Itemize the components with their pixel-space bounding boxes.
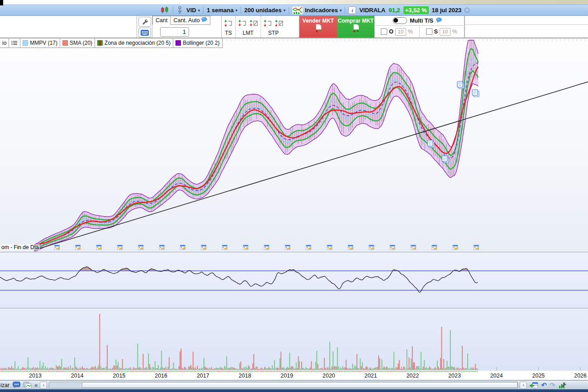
toolbar-separator: [173, 7, 173, 14]
event-calendar-icon[interactable]: [118, 245, 123, 250]
offset-percent-input[interactable]: [395, 28, 406, 36]
chevron-down-icon: ▾: [340, 8, 342, 13]
chevron-down-icon: ▾: [283, 8, 285, 13]
event-calendar-icon[interactable]: [201, 245, 206, 250]
order-toolbar-spacer: [0, 16, 137, 38]
event-calendar-icon[interactable]: [159, 245, 164, 250]
order-type-lmt[interactable]: LMT: [235, 16, 261, 38]
ts-order-icon: [224, 19, 233, 27]
chart-settings-icon[interactable]: [558, 382, 566, 389]
price-chart-panel[interactable]: io MMPV (17)SMA (20)Zona de negociación …: [0, 38, 588, 252]
info-icon[interactable]: i: [348, 6, 356, 14]
legend-chip-3[interactable]: Bollinger (20 2): [173, 38, 222, 47]
year-tick-label: 2025: [530, 373, 546, 379]
chart-source-note: om - Fin de Día: [0, 244, 40, 250]
stop-group: S %: [419, 26, 465, 38]
quantity-cell: Cant Cant. Auto: [152, 16, 222, 38]
year-tick-label: 2014: [69, 373, 85, 379]
year-tick-label: 2015: [111, 373, 127, 379]
event-calendar-icon[interactable]: [348, 245, 353, 250]
event-calendar-icon[interactable]: [432, 245, 437, 250]
legend-chip-0[interactable]: MMPV (17): [20, 38, 60, 47]
undo-icon[interactable]: ↶: [541, 381, 547, 389]
buy-market-button[interactable]: Comprar MKT: [337, 16, 375, 38]
symbol-label: VID: [186, 7, 196, 14]
legend-swatch: [97, 40, 103, 46]
redo-icon[interactable]: ↷: [550, 381, 555, 389]
indicators-label: Indicadores: [305, 7, 338, 14]
chat-icon[interactable]: [13, 382, 20, 388]
event-calendar-icon[interactable]: [138, 245, 143, 250]
event-calendar-icon[interactable]: [180, 245, 185, 250]
event-calendar-icon[interactable]: [453, 245, 458, 250]
tab-quantity[interactable]: Cant: [152, 16, 171, 25]
volume-panel[interactable]: [0, 308, 588, 371]
event-calendar-icon[interactable]: [55, 245, 60, 250]
quantity-input[interactable]: [160, 27, 189, 37]
stop-percent-input[interactable]: [440, 28, 450, 36]
chart-windows-icon[interactable]: [23, 382, 32, 389]
trading-platform-window: ✓ VID ▾ 1 semana ▾ 200 unidades ▾: [0, 0, 588, 392]
order-type-stp[interactable]: STP: [261, 16, 286, 38]
candlestick-chart-icon[interactable]: [161, 6, 170, 14]
scroll-far-left-button[interactable]: «: [33, 382, 39, 388]
tab-quantity-auto[interactable]: Cant. Auto: [171, 16, 210, 25]
year-tick-label: 2016: [153, 373, 169, 379]
legend-list-icon[interactable]: [9, 38, 20, 47]
scroll-left-button[interactable]: ‹: [40, 382, 47, 389]
year-tick-label: 2013: [27, 373, 43, 379]
units-label: 200 unidades: [244, 7, 281, 14]
event-calendar-icon[interactable]: [411, 245, 416, 250]
event-calendar-icon[interactable]: [474, 245, 479, 250]
scroll-right-button[interactable]: ›: [520, 382, 527, 389]
statusbar-left-label[interactable]: izar: [0, 382, 11, 388]
status-circle-icon: [465, 8, 469, 13]
price-chart-canvas[interactable]: [0, 39, 588, 252]
scrollbar-thumb[interactable]: [82, 382, 517, 388]
timeframe-dropdown[interactable]: 1 semana ▾: [207, 7, 237, 14]
indicators-icon: [292, 6, 303, 14]
time-axis[interactable]: 2013201420152016201720182019202020212022…: [0, 371, 588, 380]
multi-ts-toggle[interactable]: [393, 17, 407, 24]
oscillator-panel[interactable]: [0, 252, 588, 308]
event-calendar-icon[interactable]: [243, 245, 248, 250]
chart-legend: io MMPV (17)SMA (20)Zona de negociación …: [0, 38, 223, 48]
window-top-strip: [0, 0, 588, 5]
event-calendar-icon[interactable]: [306, 245, 311, 250]
percent-sign: %: [452, 28, 457, 35]
event-calendar-icon[interactable]: [327, 245, 332, 250]
event-calendar-icon[interactable]: [390, 245, 395, 250]
indicators-dropdown[interactable]: Indicadores ▾: [292, 6, 342, 14]
horizontal-scrollbar[interactable]: [49, 382, 518, 388]
event-calendar-icon[interactable]: [96, 245, 101, 250]
wrench-icon[interactable]: [138, 17, 151, 27]
chevron-down-icon: ▾: [235, 8, 237, 13]
year-tick-label: 2020: [321, 373, 337, 379]
price-series-label: io: [0, 38, 9, 47]
stop-checkbox[interactable]: [426, 28, 432, 35]
units-dropdown[interactable]: 200 unidades ▾: [244, 7, 285, 14]
last-price: 91,2: [389, 7, 400, 14]
event-calendar-icon[interactable]: [76, 245, 81, 250]
offset-checkbox[interactable]: [381, 28, 387, 35]
event-calendar-icon[interactable]: [369, 245, 374, 250]
legend-chip-1[interactable]: SMA (20): [60, 38, 95, 47]
event-calendar-icon[interactable]: [264, 245, 269, 250]
volume-canvas: [0, 308, 588, 371]
order-settings-column: [137, 16, 152, 38]
keyboard-icon[interactable]: [138, 28, 151, 38]
legend-swatch: [62, 40, 68, 46]
order-type-ts[interactable]: TS: [222, 16, 235, 38]
buy-order-icon: [351, 24, 361, 33]
legend-label: MMPV (17): [30, 40, 57, 46]
go-to-date-icon[interactable]: [529, 382, 538, 389]
note-icon[interactable]: [472, 90, 479, 97]
offset-group: O %: [375, 26, 419, 38]
legend-swatch: [175, 40, 181, 46]
event-calendar-icon[interactable]: [222, 245, 227, 250]
event-calendar-icon[interactable]: [285, 245, 290, 250]
legend-chip-2[interactable]: Zona de negociación (20 5): [95, 38, 173, 47]
sell-market-button[interactable]: Vender MKT: [299, 16, 337, 38]
connection-status-icon[interactable]: ✓: [176, 6, 183, 14]
symbol-dropdown[interactable]: VID ▾: [186, 7, 200, 14]
